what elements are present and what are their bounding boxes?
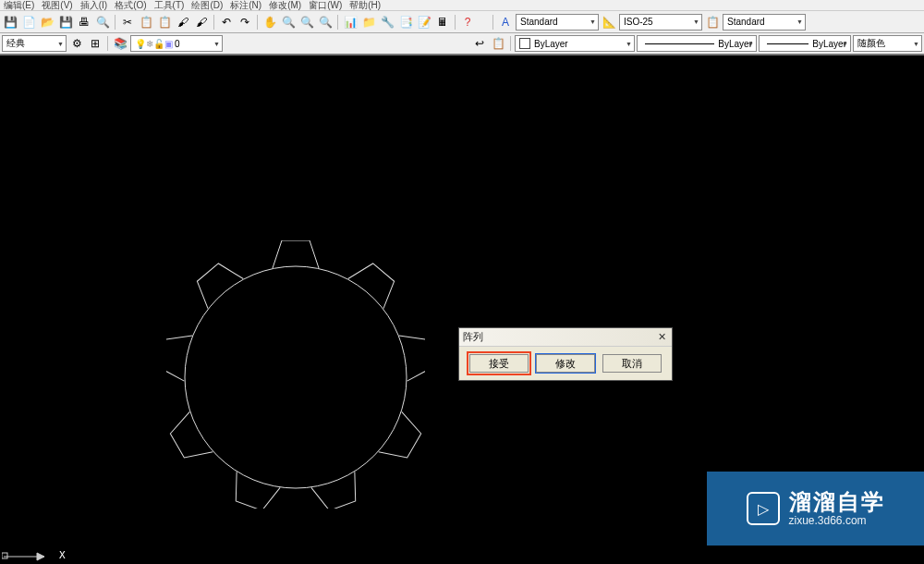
dialog-titlebar[interactable]: 阵列 ✕ bbox=[459, 328, 672, 347]
zoom-prev-icon[interactable]: 🔍 bbox=[317, 14, 334, 31]
layer-states-icon[interactable]: 📋 bbox=[490, 35, 506, 52]
chevron-down-icon: ▼ bbox=[57, 41, 64, 47]
play-icon: ▷ bbox=[747, 492, 780, 525]
lineweight-preview bbox=[767, 43, 808, 44]
menu-window[interactable]: 窗口(W) bbox=[309, 0, 342, 12]
svg-point-0 bbox=[185, 266, 407, 488]
array-dialog: 阵列 ✕ 接受 修改 取消 bbox=[458, 327, 673, 381]
save2-icon[interactable]: 💾 bbox=[57, 14, 74, 31]
menu-dimension[interactable]: 标注(N) bbox=[230, 0, 261, 12]
chevron-down-icon: ▼ bbox=[693, 18, 699, 25]
ucs-icon: X bbox=[2, 544, 57, 562]
table-style-icon[interactable]: 📋 bbox=[704, 14, 721, 31]
toolbar-layers: 经典 ▼ ⚙ ⊞ 📚 💡❄🔓▣ 0 ▼ ↩ 📋 ByLayer ▼ ByLaye… bbox=[0, 33, 924, 55]
color-swatch-icon bbox=[519, 38, 530, 49]
layer-manager-icon[interactable]: 📚 bbox=[112, 35, 128, 52]
watermark-url: zixue.3d66.com bbox=[789, 515, 885, 527]
workspace-dropdown[interactable]: 经典 ▼ bbox=[2, 35, 67, 52]
dim-style-icon[interactable]: 📐 bbox=[601, 14, 617, 31]
cancel-button[interactable]: 取消 bbox=[602, 354, 662, 373]
text-style-icon[interactable]: A bbox=[497, 14, 514, 31]
linetype-dropdown[interactable]: ByLayer ▼ bbox=[637, 35, 757, 52]
chevron-down-icon: ▼ bbox=[796, 18, 803, 25]
separator bbox=[492, 15, 493, 30]
close-icon[interactable]: ✕ bbox=[655, 331, 668, 344]
separator bbox=[510, 36, 511, 51]
svg-marker-2 bbox=[37, 553, 44, 560]
tool-palette-icon[interactable]: 🔧 bbox=[379, 14, 395, 31]
separator bbox=[257, 15, 258, 30]
undo-icon[interactable]: ↶ bbox=[218, 14, 235, 31]
chevron-down-icon: ▼ bbox=[748, 41, 754, 47]
ucs-x-label: X bbox=[59, 549, 66, 561]
brush-icon[interactable]: 🖌 bbox=[193, 14, 210, 31]
cut-icon[interactable]: ✂ bbox=[119, 14, 136, 31]
chevron-down-icon: ▼ bbox=[213, 41, 220, 47]
lineweight-dropdown[interactable]: ByLayer ▼ bbox=[759, 35, 851, 52]
dim-style-dropdown[interactable]: ISO-25 ▼ bbox=[619, 14, 702, 31]
layer-prev-icon[interactable]: ↩ bbox=[471, 35, 488, 52]
menu-tools[interactable]: 工具(T) bbox=[154, 0, 185, 12]
dialog-title-text: 阵列 bbox=[463, 330, 483, 344]
separator bbox=[337, 15, 338, 30]
menu-edit[interactable]: 编辑(E) bbox=[4, 0, 34, 12]
open-icon[interactable]: 📂 bbox=[39, 14, 55, 31]
text-style-value: Standard bbox=[520, 17, 558, 27]
menu-format[interactable]: 格式(O) bbox=[115, 0, 146, 12]
zoom-window-icon[interactable]: 🔍 bbox=[298, 14, 315, 31]
chevron-down-icon: ▼ bbox=[913, 41, 919, 47]
drawing-canvas[interactable]: 阵列 ✕ 接受 修改 取消 ▷ 溜溜自学 zixue.3d66.com X bbox=[0, 55, 924, 564]
workspace-value: 经典 bbox=[6, 37, 25, 50]
menu-insert[interactable]: 插入(I) bbox=[80, 0, 107, 12]
color-value: ByLayer bbox=[534, 39, 568, 49]
plot-style-dropdown[interactable]: 随颜色 ▼ bbox=[853, 35, 922, 52]
pan-icon[interactable]: ✋ bbox=[261, 14, 278, 31]
menu-help[interactable]: 帮助(H) bbox=[349, 0, 381, 12]
calc-icon[interactable]: 🖩 bbox=[434, 14, 451, 31]
print-icon[interactable]: 🖶 bbox=[76, 14, 92, 31]
workspace-settings-icon[interactable]: ⚙ bbox=[68, 35, 85, 52]
accept-button[interactable]: 接受 bbox=[469, 354, 529, 373]
menu-bar: 编辑(E) 视图(V) 插入(I) 格式(O) 工具(T) 绘图(D) 标注(N… bbox=[0, 0, 924, 11]
new-icon[interactable]: 📄 bbox=[20, 14, 37, 31]
svg-rect-3 bbox=[2, 553, 7, 558]
separator bbox=[213, 15, 214, 30]
table-style-value: Standard bbox=[727, 17, 765, 27]
workspace-save-icon[interactable]: ⊞ bbox=[87, 35, 103, 52]
paste-icon[interactable]: 📋 bbox=[156, 14, 173, 31]
table-style-dropdown[interactable]: Standard ▼ bbox=[723, 14, 806, 31]
preview-icon[interactable]: 🔍 bbox=[94, 14, 111, 31]
design-center-icon[interactable]: 📁 bbox=[360, 14, 377, 31]
copy-icon[interactable]: 📋 bbox=[138, 14, 154, 31]
separator bbox=[455, 15, 456, 30]
menu-view[interactable]: 视图(V) bbox=[42, 0, 72, 12]
match-icon[interactable]: 🖌 bbox=[175, 14, 191, 31]
text-style-dropdown[interactable]: Standard ▼ bbox=[516, 14, 599, 31]
modify-button[interactable]: 修改 bbox=[536, 354, 595, 373]
watermark: ▷ 溜溜自学 zixue.3d66.com bbox=[707, 472, 924, 546]
separator bbox=[115, 15, 116, 30]
properties-icon[interactable]: 📊 bbox=[342, 14, 359, 31]
gear-drawing bbox=[166, 240, 425, 509]
watermark-title: 溜溜自学 bbox=[789, 490, 885, 514]
plot-style-value: 随颜色 bbox=[857, 37, 885, 50]
color-dropdown[interactable]: ByLayer ▼ bbox=[515, 35, 635, 52]
save-icon[interactable]: 💾 bbox=[2, 14, 18, 31]
toolbar-main: 💾 📄 📂 💾 🖶 🔍 ✂ 📋 📋 🖌 🖌 ↶ ↷ ✋ 🔍 🔍 🔍 📊 📁 🔧 … bbox=[0, 11, 924, 33]
chevron-down-icon: ▼ bbox=[590, 18, 596, 25]
dialog-body: 接受 修改 取消 bbox=[459, 347, 672, 380]
layer-state-dropdown[interactable]: 💡❄🔓▣ 0 ▼ bbox=[130, 35, 223, 52]
sheet-set-icon[interactable]: 📑 bbox=[397, 14, 414, 31]
linetype-preview bbox=[645, 43, 714, 44]
help-icon[interactable]: ? bbox=[459, 14, 476, 31]
menu-draw[interactable]: 绘图(D) bbox=[191, 0, 223, 12]
dim-style-value: ISO-25 bbox=[624, 17, 653, 27]
layer-state-value: 0 bbox=[175, 39, 180, 49]
menu-modify[interactable]: 修改(M) bbox=[269, 0, 301, 12]
zoom-rt-icon[interactable]: 🔍 bbox=[280, 14, 297, 31]
chevron-down-icon: ▼ bbox=[842, 41, 848, 47]
markup-icon[interactable]: 📝 bbox=[416, 14, 432, 31]
redo-icon[interactable]: ↷ bbox=[237, 14, 253, 31]
chevron-down-icon: ▼ bbox=[626, 41, 632, 47]
separator bbox=[107, 36, 108, 51]
